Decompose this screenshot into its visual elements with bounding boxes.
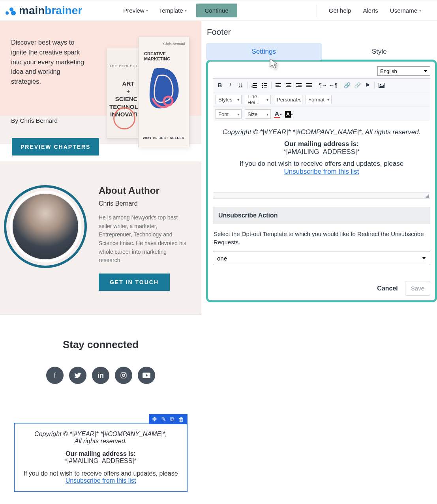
link-icon[interactable]: 🔗 (343, 81, 351, 90)
logo[interactable]: mainbrainer (6, 4, 82, 17)
numbered-list-icon[interactable]: 123 (250, 81, 259, 90)
svg-rect-20 (286, 83, 291, 84)
top-bar: mainbrainer Preview▾ Template▾ Continue … (0, 0, 437, 21)
svg-rect-18 (276, 85, 279, 86)
rte-toolbar-row3: Font Size A▾ A▾ (213, 107, 430, 121)
book-front-bestseller: 2021 #1 BEST SELLER (139, 136, 189, 140)
size-dropdown[interactable]: Size (245, 109, 271, 119)
delete-icon[interactable]: 🗑 (178, 416, 184, 423)
footer-mail-heading: Our mailing address is: (17, 450, 184, 457)
svg-rect-16 (264, 87, 267, 88)
author-avatar (4, 185, 87, 268)
svg-point-11 (262, 83, 263, 84)
get-help-link[interactable]: Get help (329, 7, 351, 14)
rte-resize-handle[interactable] (213, 192, 430, 199)
svg-point-30 (380, 84, 381, 85)
twitter-icon[interactable] (69, 367, 86, 384)
books-illustration: THE PERFECT BLE ART + SCIENCE TECHNOLOG … (99, 30, 197, 149)
username-label: Username (390, 7, 417, 14)
rich-text-editor: B I U 123 ¶→ ←¶ 🔗 🔗̸ (213, 78, 430, 199)
preview-menu[interactable]: Preview▾ (122, 5, 149, 16)
circle-icon (113, 107, 135, 129)
blob-icon (146, 65, 182, 112)
svg-text:3: 3 (251, 86, 253, 88)
rtl-icon[interactable]: ←¶ (329, 81, 338, 90)
svg-rect-27 (306, 85, 312, 86)
move-icon[interactable]: ✥ (152, 416, 157, 423)
rte-wish: If you do not wish to receive offers and… (219, 160, 424, 168)
top-left-menus: Preview▾ Template▾ Continue (122, 4, 237, 17)
cursor-icon (269, 58, 279, 69)
svg-rect-17 (276, 83, 281, 84)
unlink-icon[interactable]: 🔗̸ (353, 81, 362, 90)
alerts-link[interactable]: Alerts (363, 7, 378, 14)
image-icon[interactable] (377, 81, 386, 90)
unsubscribe-action-text: Select the Opt-out Template to which you… (213, 224, 430, 251)
ltr-icon[interactable]: ¶→ (319, 81, 327, 90)
rte-mail-value: *|#MAILING_ADDRESS|* (219, 148, 424, 156)
svg-rect-19 (276, 86, 281, 87)
bg-color-picker[interactable]: A▾ (285, 111, 293, 118)
format-dropdown[interactable]: Format (306, 95, 332, 104)
svg-rect-28 (306, 86, 312, 87)
book-front-author: Chris Bernard (163, 42, 185, 46)
chevron-down-icon: ▾ (146, 8, 148, 13)
footer-unsubscribe-link[interactable]: Unsubscribe from this list (66, 477, 136, 484)
styles-dropdown[interactable]: Styles (216, 95, 242, 104)
rte-unsubscribe-link[interactable]: Unsubscribe from this list (284, 168, 359, 175)
svg-point-3 (125, 373, 126, 374)
stay-heading: Stay connected (0, 339, 201, 351)
bold-icon[interactable]: B (216, 81, 224, 90)
panel-actions: Cancel Save (213, 281, 430, 296)
footer-block-selected[interactable]: ✥ ✎ ⧉ 🗑 Copyright © *|#YEAR|* *|#COMPANY… (14, 423, 188, 492)
edit-icon[interactable]: ✎ (161, 416, 166, 423)
footer-settings-panel: Footer Settings Style English B I U 123 (201, 21, 437, 492)
facebook-icon[interactable]: f (46, 367, 64, 384)
linkedin-icon[interactable]: in (92, 367, 109, 384)
logo-text-brain: brainer (45, 4, 82, 17)
instagram-icon[interactable] (115, 367, 132, 384)
unsubscribe-action-header: Unsubscribe Action (213, 207, 430, 224)
book-front-title: CREATIVE MARKETING (144, 51, 171, 62)
svg-point-2 (122, 374, 125, 377)
font-dropdown[interactable]: Font (216, 109, 242, 119)
youtube-icon[interactable] (138, 367, 155, 384)
optout-template-select[interactable]: one (213, 251, 430, 265)
align-right-icon[interactable] (294, 81, 303, 90)
cancel-button[interactable]: Cancel (377, 285, 398, 292)
preview-chapters-button[interactable]: PREVIEW CHAPTERS (12, 138, 99, 156)
template-menu-label: Template (159, 7, 183, 14)
anchor-icon[interactable]: ⚑ (363, 81, 372, 90)
underline-icon[interactable]: U (236, 81, 245, 90)
template-menu[interactable]: Template▾ (158, 5, 188, 16)
save-button[interactable]: Save (405, 281, 430, 296)
about-bio: He is among Newyork's top best seller wr… (99, 214, 189, 265)
get-in-touch-button[interactable]: GET IN TOUCH (99, 274, 170, 291)
copy-icon[interactable]: ⧉ (170, 416, 174, 423)
svg-rect-22 (286, 86, 291, 87)
personalization-dropdown[interactable]: Personal... (274, 95, 302, 104)
preview-canvas: Discover best ways to ignite the creativ… (0, 21, 201, 492)
footer-copy-line1: Copyright © *|#YEAR|* *|#COMPANY_NAME|*, (17, 431, 184, 438)
stay-connected-section: Stay connected f in (0, 315, 201, 396)
avatar-image (13, 194, 78, 259)
tab-settings[interactable]: Settings (206, 43, 322, 60)
continue-button[interactable]: Continue (196, 4, 237, 17)
language-select[interactable]: English (377, 66, 430, 76)
rte-content[interactable]: Copyright © *|#YEAR|* *|#COMPANY_NAME|*,… (213, 121, 430, 192)
svg-rect-14 (264, 85, 267, 86)
panel-tabs: Settings Style (206, 43, 437, 60)
align-justify-icon[interactable] (305, 81, 313, 90)
italic-icon[interactable]: I (226, 81, 234, 90)
book-front: Chris Bernard CREATIVE MARKETING 2021 #1… (138, 37, 189, 147)
align-center-icon[interactable] (284, 81, 293, 90)
tab-style[interactable]: Style (322, 43, 437, 60)
hero-section: Discover best ways to ignite the creativ… (0, 21, 201, 144)
editor-highlight-box: English B I U 123 ¶→ (206, 60, 437, 302)
bullet-list-icon[interactable] (260, 81, 269, 90)
username-menu[interactable]: Username▾ (390, 7, 421, 14)
logo-dots-icon (6, 5, 17, 16)
align-left-icon[interactable] (274, 81, 283, 90)
text-color-picker[interactable]: A▾ (274, 110, 282, 118)
line-height-dropdown[interactable]: Line Hei... (245, 95, 271, 104)
